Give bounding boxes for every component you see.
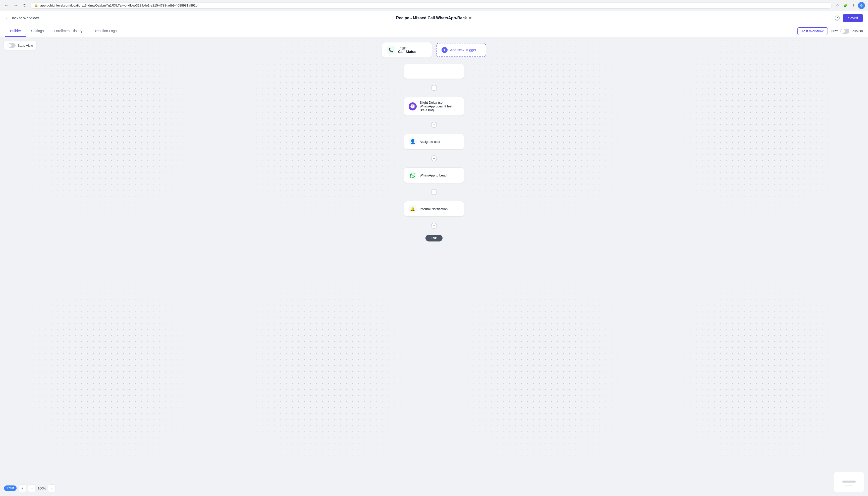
zoom-in-button[interactable]: +: [28, 484, 36, 492]
add-trigger-label: Add New Trigger: [450, 48, 476, 52]
whatsapp-icon: [409, 171, 417, 179]
connector-1: +: [431, 79, 437, 97]
add-trigger-card[interactable]: + Add New Trigger: [436, 43, 486, 57]
browser-actions: ☆ 🧩 ⋮ G: [834, 2, 865, 9]
header-right-actions: 🕐 Saved: [834, 14, 863, 22]
add-trigger-plus-icon: +: [442, 47, 447, 53]
connector-3: +: [431, 149, 437, 167]
mini-map-line-2: [843, 480, 855, 480]
workflow-content: 📞 Trigger Call Status + Add New Trigger: [0, 42, 868, 257]
publish-toggle[interactable]: [840, 29, 849, 34]
add-step-1-button[interactable]: +: [431, 85, 437, 91]
back-to-workflows-button[interactable]: ← Back to Workflows: [5, 16, 40, 20]
add-step-4-button[interactable]: +: [431, 189, 437, 195]
mini-map-line-5: [843, 484, 855, 484]
trigger-label: Trigger: [398, 46, 416, 50]
fit-view-button[interactable]: ⤢: [19, 484, 26, 492]
step-card-notification[interactable]: 🔔 Internal Notification ···: [404, 201, 464, 217]
back-label: Back to Workflows: [11, 16, 40, 20]
draft-label: Draft: [831, 29, 838, 33]
url-bar[interactable]: 🔒 app.gohighlevel.com/location/x3ltdmwOa…: [30, 2, 832, 9]
tab-builder[interactable]: Builder: [5, 25, 26, 37]
canvas-bottom-controls: 270M ⤢ + 100% −: [4, 484, 56, 492]
tab-execution-logs[interactable]: Execution Logs: [88, 25, 122, 37]
delay-step-name: Slight Delay (so WhatsApp doesn't feel l…: [420, 100, 453, 112]
mini-map-line-1: [841, 479, 856, 479]
tab-enrollment-history[interactable]: Enrollment History: [49, 25, 87, 37]
line-5b: [434, 229, 434, 235]
trigger-row: 📞 Trigger Call Status + Add New Trigger: [382, 42, 486, 58]
back-arrow-icon: ←: [5, 16, 9, 20]
zoom-percent-label: 100%: [38, 486, 46, 490]
back-nav-button[interactable]: ←: [3, 2, 10, 9]
edit-title-icon[interactable]: ✏: [469, 16, 472, 20]
line-1b: [434, 91, 434, 97]
stats-view-toggle-container: Stats View: [4, 41, 36, 50]
trigger-name: Call Status: [398, 50, 416, 54]
trigger-icon: 📞: [387, 46, 395, 54]
connector-5: +: [431, 217, 437, 235]
mini-map-line-3: [842, 481, 856, 482]
line-4: [434, 183, 434, 189]
collapsed-step-card[interactable]: [404, 64, 464, 79]
workflow-title-text: Recipe - Missed Call WhatsApp-Back: [396, 16, 467, 20]
lock-icon: 🔒: [34, 4, 38, 7]
line-1: [434, 79, 434, 85]
line-4b: [434, 195, 434, 201]
connector-line-1: [434, 58, 434, 64]
stats-view-label: Stats View: [18, 44, 33, 47]
publish-label: Publish: [851, 29, 863, 33]
zoom-badge: 270M: [4, 485, 17, 491]
workflow-canvas: 📞 Trigger Call Status + Add New Trigger: [0, 37, 868, 496]
zoom-out-button[interactable]: −: [48, 484, 56, 492]
history-button[interactable]: 🕐: [834, 15, 840, 21]
mini-map-line-6: [845, 485, 853, 485]
tabs-right-controls: Test Workflow Draft Publish: [797, 27, 863, 35]
add-step-5-button[interactable]: +: [431, 223, 437, 229]
menu-button[interactable]: ⋮: [850, 2, 857, 9]
add-step-3-button[interactable]: +: [431, 155, 437, 161]
line-5: [434, 217, 434, 223]
trigger-card[interactable]: 📞 Trigger Call Status: [382, 42, 432, 58]
line-2: [434, 116, 434, 122]
reload-button[interactable]: ↻: [21, 2, 28, 9]
step-card-delay[interactable]: 🕐 Slight Delay (so WhatsApp doesn't feel…: [404, 97, 464, 116]
trigger-info: Trigger Call Status: [398, 46, 416, 54]
assign-user-step-name: Assign to user: [420, 140, 453, 143]
mini-map: [834, 472, 864, 492]
end-node[interactable]: END: [425, 235, 442, 242]
saved-button[interactable]: Saved: [843, 14, 863, 22]
line-2b: [434, 128, 434, 134]
notification-step-name: Internal Notification: [420, 207, 453, 211]
app-header: ← Back to Workflows Recipe - Missed Call…: [0, 11, 868, 25]
tabs-bar: Builder Settings Enrollment History Exec…: [0, 25, 868, 37]
step-card-whatsapp[interactable]: WhatsApp to Lead ···: [404, 167, 464, 183]
tab-settings[interactable]: Settings: [26, 25, 49, 37]
notification-icon: 🔔: [409, 205, 417, 213]
mini-map-line-4: [843, 482, 855, 483]
stats-view-toggle[interactable]: [7, 43, 16, 48]
workflow-title-container: Recipe - Missed Call WhatsApp-Back ✏: [396, 16, 472, 20]
forward-nav-button[interactable]: →: [12, 2, 19, 9]
main-tabs: Builder Settings Enrollment History Exec…: [5, 25, 122, 37]
draft-publish-toggle: Draft Publish: [831, 29, 863, 34]
connector-4: +: [431, 183, 437, 201]
mini-map-content: [841, 479, 856, 485]
browser-chrome: ← → ↻ 🔒 app.gohighlevel.com/location/x3l…: [0, 0, 868, 11]
user-avatar-button[interactable]: G: [858, 2, 865, 9]
delay-icon: 🕐: [409, 103, 417, 110]
bookmark-button[interactable]: ☆: [834, 2, 841, 9]
url-text: app.gohighlevel.com/location/x3ltdmwOaab…: [40, 3, 827, 7]
workflow-canvas-area: Stats View 📞 Trigger Call Status + Add N…: [0, 37, 868, 496]
whatsapp-step-name: WhatsApp to Lead: [420, 173, 453, 177]
connector-2: +: [431, 116, 437, 134]
assign-user-icon: 👤: [409, 138, 417, 145]
connector-after-trigger: [434, 58, 434, 64]
extensions-button[interactable]: 🧩: [842, 2, 849, 9]
line-3b: [434, 161, 434, 167]
test-workflow-button[interactable]: Test Workflow: [797, 27, 828, 35]
line-3: [434, 149, 434, 155]
add-step-2-button[interactable]: +: [431, 122, 437, 128]
step-card-assign-user[interactable]: 👤 Assign to user ···: [404, 134, 464, 149]
